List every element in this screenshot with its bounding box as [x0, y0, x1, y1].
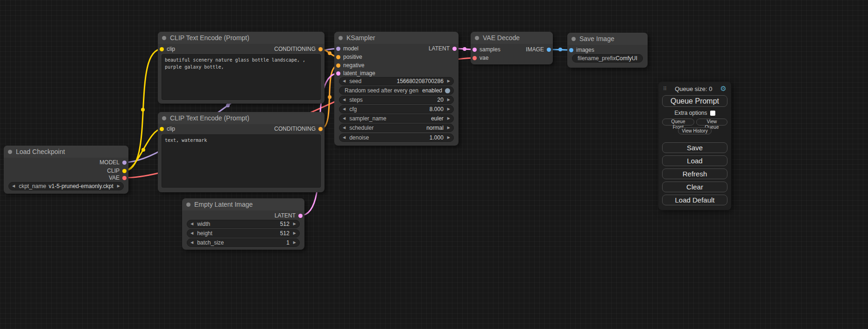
- image-port-dot[interactable]: [547, 48, 551, 52]
- widget-scheduler[interactable]: ◀ scheduler normal ▶: [339, 124, 454, 132]
- widget-value: 20: [437, 97, 443, 103]
- model-port-dot[interactable]: [122, 161, 127, 165]
- conditioning-port-dot[interactable]: [318, 127, 323, 131]
- queue-front-button[interactable]: Queue Front: [662, 119, 694, 126]
- increment-arrow-icon[interactable]: ▶: [293, 241, 296, 245]
- latent-port-dot[interactable]: [452, 47, 457, 51]
- collapse-dot-icon[interactable]: [162, 116, 166, 120]
- clip-port-dot[interactable]: [122, 169, 127, 173]
- node-title: KSampler: [346, 34, 375, 42]
- collapse-dot-icon[interactable]: [339, 36, 343, 40]
- latent-port-dot[interactable]: [336, 71, 340, 76]
- widget-value: enabled: [422, 87, 442, 94]
- decrement-arrow-icon[interactable]: ◀: [12, 184, 15, 188]
- node-title-bar[interactable]: Save Image: [567, 33, 648, 45]
- widget-filename-prefix[interactable]: filename_prefix ComfyUI: [572, 54, 643, 63]
- widget-steps[interactable]: ◀ steps 20 ▶: [339, 96, 454, 104]
- collapse-dot-icon[interactable]: [186, 203, 191, 207]
- view-history-button[interactable]: View History: [678, 127, 711, 134]
- prompt-textarea[interactable]: text, watermark: [162, 134, 321, 188]
- decrement-arrow-icon[interactable]: ◀: [191, 241, 193, 245]
- increment-arrow-icon[interactable]: ▶: [293, 231, 296, 235]
- increment-arrow-icon[interactable]: ▶: [447, 79, 450, 83]
- extra-options-checkbox[interactable]: [710, 111, 715, 116]
- settings-gear-icon[interactable]: ⚙: [720, 84, 727, 93]
- model-port-dot[interactable]: [336, 47, 340, 51]
- widget-width[interactable]: ◀ width 512 ▶: [187, 220, 300, 228]
- node-title-bar[interactable]: KSampler: [334, 32, 459, 44]
- queue-prompt-button[interactable]: Queue Prompt: [662, 95, 727, 107]
- output-slot-latent: LATENT: [275, 212, 303, 219]
- load-default-button[interactable]: Load Default: [662, 195, 727, 205]
- widget-label: Random seed after every gen: [345, 87, 418, 94]
- widget-denoise[interactable]: ◀ denoise 1.000 ▶: [339, 133, 454, 142]
- widget-cfg[interactable]: ◀ cfg 8.000 ▶: [339, 105, 454, 113]
- collapse-dot-icon[interactable]: [8, 150, 12, 154]
- load-button[interactable]: Load: [662, 155, 727, 166]
- node-title-bar[interactable]: CLIP Text Encode (Prompt): [158, 112, 325, 124]
- node-graph-canvas[interactable]: Load Checkpoint MODEL CLIP VAE ◀ ckpt_na…: [0, 0, 868, 329]
- queue-small-buttons-row: Queue Front View Queue: [662, 119, 727, 126]
- decrement-arrow-icon[interactable]: ◀: [343, 126, 346, 130]
- node-save-image[interactable]: Save Image images filename_prefix ComfyU…: [567, 33, 648, 68]
- conditioning-port-dot[interactable]: [336, 63, 340, 68]
- node-empty-latent-image[interactable]: Empty Latent Image LATENT ◀ width 512 ▶ …: [182, 198, 304, 250]
- conditioning-port-dot[interactable]: [318, 47, 323, 51]
- widget-label: sampler_name: [349, 115, 386, 122]
- widget-ckpt-name[interactable]: ◀ ckpt_name v1-5-pruned-emaonly.ckpt ▶: [8, 182, 124, 190]
- clear-button[interactable]: Clear: [662, 182, 727, 192]
- increment-arrow-icon[interactable]: ▶: [447, 98, 450, 102]
- decrement-arrow-icon[interactable]: ◀: [191, 222, 193, 226]
- clip-port-dot[interactable]: [160, 127, 164, 131]
- widget-sampler-name[interactable]: ◀ sampler_name euler ▶: [339, 114, 454, 123]
- decrement-arrow-icon[interactable]: ◀: [343, 79, 346, 83]
- conditioning-port-dot[interactable]: [336, 55, 340, 59]
- slot-label: clip: [167, 46, 175, 52]
- increment-arrow-icon[interactable]: ▶: [447, 107, 450, 111]
- widget-batch-size[interactable]: ◀ batch_size 1 ▶: [187, 238, 300, 247]
- node-clip-text-encode-negative[interactable]: CLIP Text Encode (Prompt) clip CONDITION…: [158, 112, 325, 192]
- node-clip-text-encode-positive[interactable]: CLIP Text Encode (Prompt) clip CONDITION…: [158, 32, 325, 104]
- node-ksampler[interactable]: KSampler model positive negative latent_…: [334, 32, 459, 146]
- input-slot-latent-image: latent_image: [336, 70, 375, 77]
- increment-arrow-icon[interactable]: ▶: [447, 126, 450, 130]
- decrement-arrow-icon[interactable]: ◀: [343, 117, 346, 120]
- decrement-arrow-icon[interactable]: ◀: [191, 231, 193, 235]
- increment-arrow-icon[interactable]: ▶: [293, 222, 296, 226]
- queue-panel: ⠿ Queue size: 0 ⚙ Queue Prompt Extra opt…: [658, 82, 731, 210]
- increment-arrow-icon[interactable]: ▶: [447, 117, 450, 120]
- node-title-bar[interactable]: VAE Decode: [471, 32, 553, 44]
- collapse-dot-icon[interactable]: [162, 36, 166, 40]
- output-slot-model: MODEL: [99, 159, 127, 166]
- increment-arrow-icon[interactable]: ▶: [117, 184, 120, 188]
- node-vae-decode[interactable]: VAE Decode samples vae IMAGE: [471, 32, 553, 64]
- vae-port-dot[interactable]: [473, 56, 477, 60]
- widget-random-seed[interactable]: Random seed after every gen enabled: [339, 86, 454, 95]
- input-slot-clip: clip: [160, 45, 175, 53]
- vae-port-dot[interactable]: [122, 176, 127, 180]
- node-title-bar[interactable]: CLIP Text Encode (Prompt): [158, 32, 325, 44]
- node-title-bar[interactable]: Load Checkpoint: [4, 146, 128, 158]
- prompt-textarea[interactable]: beautiful scenery nature glass bottle la…: [162, 54, 321, 100]
- widget-height[interactable]: ◀ height 512 ▶: [187, 229, 300, 238]
- node-title-bar[interactable]: Empty Latent Image: [182, 198, 304, 210]
- node-title: Load Checkpoint: [16, 148, 65, 155]
- save-button[interactable]: Save: [662, 142, 727, 153]
- view-queue-button[interactable]: View Queue: [696, 119, 727, 126]
- toggle-circle-icon[interactable]: [445, 88, 450, 93]
- latent-port-dot[interactable]: [473, 48, 477, 52]
- increment-arrow-icon[interactable]: ▶: [447, 136, 450, 140]
- slot-label: CONDITIONING: [274, 126, 316, 132]
- collapse-dot-icon[interactable]: [475, 36, 479, 40]
- latent-port-dot[interactable]: [298, 214, 303, 218]
- decrement-arrow-icon[interactable]: ◀: [343, 136, 346, 140]
- collapse-dot-icon[interactable]: [572, 37, 576, 41]
- refresh-button[interactable]: Refresh: [662, 168, 727, 179]
- decrement-arrow-icon[interactable]: ◀: [343, 98, 346, 102]
- image-port-dot[interactable]: [569, 48, 573, 52]
- drag-handle-icon[interactable]: ⠿: [663, 86, 667, 92]
- widget-seed[interactable]: ◀ seed 156680208700286 ▶: [339, 77, 454, 85]
- clip-port-dot[interactable]: [160, 47, 164, 51]
- decrement-arrow-icon[interactable]: ◀: [343, 107, 346, 111]
- node-load-checkpoint[interactable]: Load Checkpoint MODEL CLIP VAE ◀ ckpt_na…: [4, 146, 128, 194]
